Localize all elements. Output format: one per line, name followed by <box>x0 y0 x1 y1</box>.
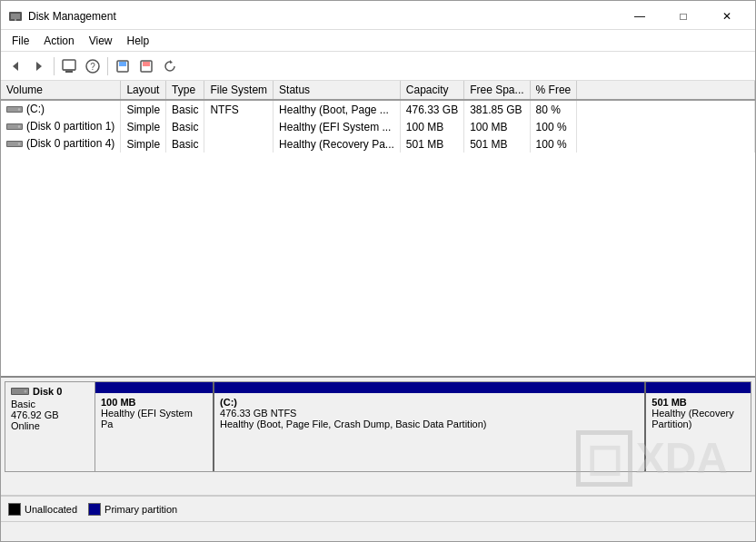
title-bar-left: Disk Management <box>8 9 116 24</box>
svg-marker-14 <box>170 60 173 64</box>
window-title: Disk Management <box>28 10 116 23</box>
col-freespace[interactable]: Free Spa... <box>464 81 530 100</box>
title-bar: Disk Management — □ ✕ <box>1 1 755 30</box>
disk-table-area[interactable]: Volume Layout Type File System Status Ca… <box>1 81 755 378</box>
back-button[interactable] <box>5 55 26 77</box>
cell-freespace: 501 MB <box>464 135 530 153</box>
cell-volume: (Disk 0 partition 1) <box>1 118 121 135</box>
cell-freespace: 381.85 GB <box>464 100 530 118</box>
forward-button[interactable] <box>28 55 50 77</box>
svg-point-23 <box>18 143 20 144</box>
col-layout[interactable]: Layout <box>121 81 166 100</box>
window-controls[interactable]: — □ ✕ <box>619 6 748 26</box>
legend-box-primary <box>88 503 101 516</box>
volume-icon <box>6 139 23 148</box>
disk-label: Disk 0 Basic 476.92 GB Online <box>5 381 95 472</box>
forward-icon <box>33 60 45 73</box>
cell-type: Basic <box>166 135 204 153</box>
legend-area: Unallocated Primary partition <box>1 496 755 521</box>
svg-text:?: ? <box>90 62 95 72</box>
cell-percentfree: 100 % <box>530 135 577 153</box>
svg-point-17 <box>18 108 20 110</box>
partition[interactable]: 100 MB Healthy (EFI System Pa <box>95 382 214 471</box>
disk-viz-area: Disk 0 Basic 476.92 GB Online 100 MB Hea… <box>1 378 755 496</box>
disk-icon <box>11 386 29 397</box>
help-button[interactable]: ? <box>82 55 104 77</box>
menu-file[interactable]: File <box>5 33 36 49</box>
cell-volume: (Disk 0 partition 4) <box>1 135 121 153</box>
menu-bar: File Action View Help <box>1 30 755 52</box>
partition-header-bar <box>646 382 751 393</box>
cell-capacity: 476.33 GB <box>400 100 463 118</box>
minimize-button[interactable]: — <box>619 6 661 26</box>
menu-help[interactable]: Help <box>120 33 157 49</box>
cell-status: Healthy (Boot, Page ... <box>274 100 401 118</box>
disk-row: Disk 0 Basic 476.92 GB Online 100 MB Hea… <box>5 381 751 472</box>
new-icon <box>115 59 130 74</box>
properties-icon <box>62 59 76 74</box>
app-icon <box>8 9 23 24</box>
partition-header-bar <box>214 382 644 393</box>
disk-name: Disk 0 <box>11 386 89 397</box>
svg-rect-1 <box>11 14 20 19</box>
cell-percentfree: 80 % <box>530 100 577 118</box>
help-icon: ? <box>85 59 100 74</box>
menu-view[interactable]: View <box>82 33 120 49</box>
cell-layout: Simple <box>121 100 166 118</box>
menu-action[interactable]: Action <box>36 33 81 49</box>
svg-rect-5 <box>63 60 75 70</box>
col-extra <box>577 81 755 100</box>
col-status[interactable]: Status <box>274 81 401 100</box>
cell-status: Healthy (EFI System ... <box>274 118 401 135</box>
svg-point-26 <box>25 390 27 393</box>
col-filesystem[interactable]: File System <box>204 81 274 100</box>
partition-content: 100 MB Healthy (EFI System Pa <box>95 393 213 471</box>
toolbar-separator-1 <box>54 57 55 75</box>
partition-header-bar <box>95 382 213 393</box>
refresh-icon <box>163 59 177 74</box>
table-row[interactable]: (C:) SimpleBasicNTFSHealthy (Boot, Page … <box>1 100 755 118</box>
close-button[interactable]: ✕ <box>706 6 748 26</box>
partition-sublabel: Healthy (EFI System Pa <box>101 408 207 429</box>
col-percentfree[interactable]: % Free <box>530 81 577 100</box>
maximize-button[interactable]: □ <box>662 6 704 26</box>
table-row[interactable]: (Disk 0 partition 1) SimpleBasicHealthy … <box>1 118 755 135</box>
cell-layout: Simple <box>121 118 166 135</box>
volume-icon <box>6 104 23 113</box>
status-bar <box>1 521 755 541</box>
svg-rect-13 <box>143 62 150 66</box>
svg-marker-4 <box>36 62 42 71</box>
disk-table: Volume Layout Type File System Status Ca… <box>1 81 755 153</box>
cell-percentfree: 100 % <box>530 118 577 135</box>
col-type[interactable]: Type <box>166 81 204 100</box>
main-content: Volume Layout Type File System Status Ca… <box>1 81 755 521</box>
partition-size-fs: 476.33 GB NTFS <box>220 408 639 419</box>
partition-content: (C:) 476.33 GB NTFS Healthy (Boot, Page … <box>214 393 644 471</box>
svg-rect-11 <box>119 62 126 66</box>
partition-content: 501 MB Healthy (Recovery Partition) <box>646 393 751 471</box>
partition-sublabel: Healthy (Recovery Partition) <box>652 408 745 429</box>
partition-label: 501 MB <box>652 397 745 408</box>
partition[interactable]: 501 MB Healthy (Recovery Partition) <box>646 382 751 471</box>
partition[interactable]: (C:) 476.33 GB NTFS Healthy (Boot, Page … <box>214 382 646 471</box>
table-row[interactable]: (Disk 0 partition 4) SimpleBasicHealthy … <box>1 135 755 153</box>
cell-type: Basic <box>166 100 204 118</box>
cell-filesystem <box>204 118 274 135</box>
back-icon <box>9 60 22 73</box>
svg-point-2 <box>15 19 16 21</box>
legend-box-unallocated <box>8 503 21 516</box>
cell-freespace: 100 MB <box>464 118 530 135</box>
cell-layout: Simple <box>121 135 166 153</box>
volume-icon <box>6 122 23 131</box>
delete-button[interactable] <box>135 55 157 77</box>
refresh-button[interactable] <box>159 55 181 77</box>
svg-point-20 <box>18 125 20 127</box>
new-button[interactable] <box>112 55 134 77</box>
disk-partitions: 100 MB Healthy (EFI System Pa (C:) 476.3… <box>95 381 751 472</box>
properties-button[interactable] <box>58 55 80 77</box>
cell-status: Healthy (Recovery Pa... <box>274 135 401 153</box>
col-volume[interactable]: Volume <box>1 81 121 100</box>
svg-rect-7 <box>65 71 73 73</box>
col-capacity[interactable]: Capacity <box>400 81 463 100</box>
toolbar-separator-2 <box>107 57 108 75</box>
